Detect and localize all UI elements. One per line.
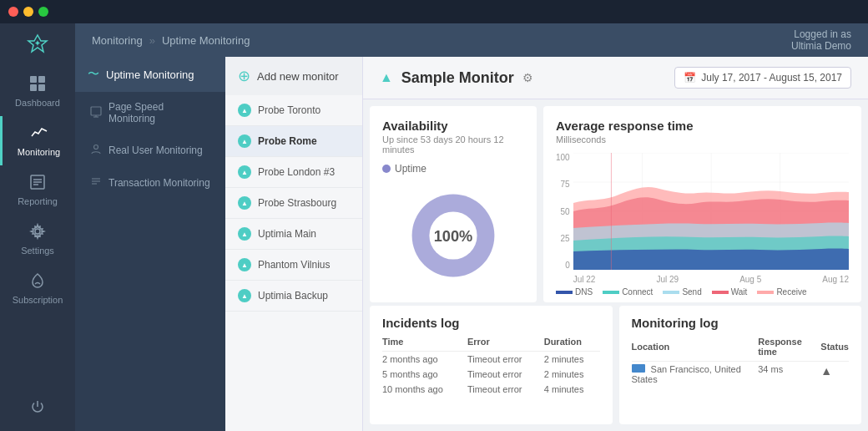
probe-uptimia-main-status: ▲ bbox=[238, 227, 251, 241]
sidebar-power[interactable] bbox=[26, 391, 49, 423]
incident-error-3: Timeout error bbox=[467, 382, 544, 397]
probe-phantom-label: Phantom Vilnius bbox=[258, 259, 331, 271]
date-range-badge[interactable]: 📅 July 17, 2017 - August 15, 2017 bbox=[674, 67, 851, 89]
minimize-button[interactable] bbox=[23, 7, 33, 17]
probe-london[interactable]: ▲ Probe London #3 bbox=[225, 157, 362, 188]
svg-rect-1 bbox=[30, 76, 37, 83]
nav-page-speed-label: Page Speed Monitoring bbox=[108, 101, 213, 124]
breadcrumb-uptime: Uptime Monitoring bbox=[162, 34, 250, 47]
sidebar: ✦ Dashboard Monitoring bbox=[0, 23, 75, 431]
availability-title: Availability bbox=[382, 119, 524, 133]
incident-row: 10 months ago Timeout error 4 minutes bbox=[382, 382, 600, 397]
close-button[interactable] bbox=[8, 7, 18, 17]
legend-connect: Connect bbox=[603, 287, 653, 297]
svg-point-13 bbox=[94, 145, 98, 150]
chart-legend: DNS Connect Send bbox=[556, 287, 849, 297]
availability-subtitle: Up since 53 days 20 hours 12 minutes bbox=[382, 134, 524, 155]
uptime-legend: Uptime bbox=[382, 163, 524, 175]
monitoring-location-1: San Francisco, United States bbox=[632, 362, 759, 388]
incident-error-2: Timeout error bbox=[467, 367, 544, 382]
x-label-aug5: Aug 5 bbox=[739, 275, 761, 284]
add-monitor-button[interactable]: ⊕ Add new monitor bbox=[225, 57, 362, 95]
nav-transaction[interactable]: Transaction Monitoring bbox=[75, 166, 225, 199]
y-axis: 100 75 50 25 0 bbox=[556, 153, 573, 270]
user-info: Logged in as Ultimia Demo bbox=[791, 28, 851, 52]
donut-svg: 100% bbox=[399, 181, 507, 290]
chart-svg-container: Jul 22 Jul 29 Aug 5 Aug 12 bbox=[573, 153, 849, 284]
dashboard-icon bbox=[29, 75, 46, 94]
probe-london-label: Probe London #3 bbox=[258, 166, 335, 178]
transaction-icon bbox=[90, 175, 102, 190]
probe-rome-status: ▲ bbox=[238, 134, 251, 148]
probe-backup[interactable]: ▲ Uptimia Backup bbox=[225, 281, 362, 312]
bottom-row: Incidents log Time Error Duration bbox=[363, 306, 868, 431]
legend-connect-label: Connect bbox=[622, 287, 653, 297]
incident-duration-2: 2 minutes bbox=[544, 367, 600, 382]
up-indicator: ▲ bbox=[380, 70, 393, 85]
sidebar-item-subscription[interactable]: Subscription bbox=[0, 264, 75, 313]
real-user-icon bbox=[90, 143, 102, 157]
maximize-button[interactable] bbox=[38, 7, 48, 17]
legend-wait-label: Wait bbox=[731, 287, 748, 297]
sidebar-item-monitoring[interactable]: Monitoring bbox=[0, 116, 75, 165]
sidebar-settings-label: Settings bbox=[21, 246, 54, 256]
content-area: Availability Up since 53 days 20 hours 1… bbox=[363, 99, 868, 431]
probe-phantom-status: ▲ bbox=[238, 258, 251, 271]
sidebar-item-dashboard[interactable]: Dashboard bbox=[0, 67, 75, 116]
y-label-75: 75 bbox=[561, 180, 570, 189]
gear-icon[interactable]: ⚙ bbox=[522, 71, 533, 84]
incident-duration-3: 4 minutes bbox=[544, 382, 600, 397]
probe-toronto-status: ▲ bbox=[238, 104, 251, 117]
probe-strasbourg[interactable]: ▲ Probe Strasbourg bbox=[225, 188, 362, 219]
sidebar-item-settings[interactable]: Settings bbox=[0, 215, 75, 264]
logged-in-label: Logged in as bbox=[791, 28, 851, 40]
titlebar bbox=[0, 0, 868, 23]
probe-uptimia-main[interactable]: ▲ Uptimia Main bbox=[225, 219, 362, 250]
probe-london-status: ▲ bbox=[238, 165, 251, 179]
area-chart-svg bbox=[573, 153, 849, 270]
legend-send-color bbox=[663, 291, 679, 294]
user-name: Ultimia Demo bbox=[791, 40, 851, 52]
probe-rome[interactable]: ▲ Probe Rome bbox=[225, 126, 362, 157]
svg-text:✦: ✦ bbox=[34, 39, 41, 48]
main-content: ▲ Sample Monitor ⚙ 📅 July 17, 2017 - Aug… bbox=[363, 57, 868, 431]
legend-receive-label: Receive bbox=[776, 287, 806, 297]
incidents-col-time: Time bbox=[382, 337, 467, 352]
incident-error-1: Timeout error bbox=[467, 352, 544, 368]
nav-page-speed[interactable]: Page Speed Monitoring bbox=[75, 92, 225, 134]
probe-toronto-label: Probe Toronto bbox=[258, 104, 320, 116]
monitoring-icon bbox=[31, 124, 48, 144]
nav-uptime-label: Uptime Monitoring bbox=[106, 68, 194, 81]
nav-uptime-monitoring[interactable]: 〜 Uptime Monitoring bbox=[75, 57, 225, 92]
y-label-100: 100 bbox=[556, 153, 570, 162]
legend-receive-color bbox=[757, 291, 774, 294]
svg-rect-10 bbox=[91, 107, 101, 115]
nav-panel: 〜 Uptime Monitoring Page Speed Monitorin… bbox=[75, 57, 225, 431]
incident-time-3: 10 months ago bbox=[382, 382, 467, 397]
settings-icon bbox=[29, 223, 46, 242]
incidents-col-duration: Duration bbox=[544, 337, 600, 352]
date-range-text: July 17, 2017 - August 15, 2017 bbox=[701, 72, 842, 84]
svg-rect-4 bbox=[38, 84, 45, 91]
nav-real-user[interactable]: Real User Monitoring bbox=[75, 134, 225, 166]
nav-real-user-label: Real User Monitoring bbox=[108, 145, 203, 156]
monitoring-panel: Monitoring log Location Response time St… bbox=[619, 306, 862, 424]
topbar: Monitoring » Uptime Monitoring Logged in… bbox=[75, 23, 868, 57]
y-label-0: 0 bbox=[565, 261, 570, 270]
response-time-subtitle: Milliseconds bbox=[556, 134, 849, 145]
sidebar-item-reporting[interactable]: Reporting bbox=[0, 165, 75, 215]
incidents-title: Incidents log bbox=[382, 316, 600, 330]
calendar-icon: 📅 bbox=[684, 72, 696, 84]
add-monitor-label: Add new monitor bbox=[257, 70, 339, 83]
availability-panel: Availability Up since 53 days 20 hours 1… bbox=[370, 106, 537, 302]
app-container: ✦ Dashboard Monitoring bbox=[0, 23, 868, 431]
legend-send-label: Send bbox=[682, 287, 701, 297]
probe-backup-label: Uptimia Backup bbox=[258, 290, 328, 302]
probe-toronto[interactable]: ▲ Probe Toronto bbox=[225, 95, 362, 126]
x-label-aug12: Aug 12 bbox=[822, 275, 849, 284]
probe-phantom[interactable]: ▲ Phantom Vilnius bbox=[225, 250, 362, 281]
incident-duration-1: 2 minutes bbox=[544, 352, 600, 368]
monitoring-col-response: Response time bbox=[758, 337, 820, 362]
legend-wait: Wait bbox=[712, 287, 748, 297]
monitoring-col-location: Location bbox=[632, 337, 759, 362]
